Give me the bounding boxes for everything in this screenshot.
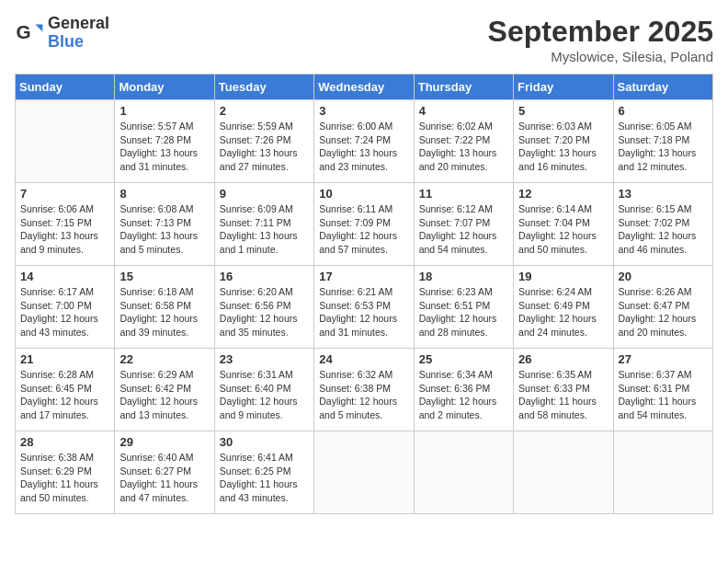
day-info: Sunrise: 6:40 AM Sunset: 6:27 PM Dayligh… bbox=[119, 451, 209, 505]
calendar-cell: 17Sunrise: 6:21 AM Sunset: 6:53 PM Dayli… bbox=[314, 266, 414, 349]
day-info: Sunrise: 6:03 AM Sunset: 7:20 PM Dayligh… bbox=[518, 120, 608, 174]
calendar-cell: 19Sunrise: 6:24 AM Sunset: 6:49 PM Dayli… bbox=[514, 266, 613, 349]
day-number: 12 bbox=[518, 187, 608, 201]
calendar-week-row: 28Sunrise: 6:38 AM Sunset: 6:29 PM Dayli… bbox=[16, 431, 713, 514]
logo: G General Blue bbox=[15, 15, 109, 52]
day-number: 24 bbox=[319, 352, 408, 366]
day-info: Sunrise: 6:06 AM Sunset: 7:15 PM Dayligh… bbox=[20, 202, 109, 257]
day-info: Sunrise: 6:14 AM Sunset: 7:04 PM Dayligh… bbox=[518, 202, 608, 257]
calendar-week-row: 1Sunrise: 5:57 AM Sunset: 7:28 PM Daylig… bbox=[16, 100, 713, 183]
day-info: Sunrise: 6:35 AM Sunset: 6:33 PM Dayligh… bbox=[518, 368, 608, 422]
calendar-week-row: 7Sunrise: 6:06 AM Sunset: 7:15 PM Daylig… bbox=[16, 183, 713, 266]
weekday-header: Monday bbox=[115, 75, 214, 100]
calendar-cell: 10Sunrise: 6:11 AM Sunset: 7:09 PM Dayli… bbox=[314, 183, 414, 266]
day-number: 23 bbox=[220, 352, 309, 366]
calendar-cell: 13Sunrise: 6:15 AM Sunset: 7:02 PM Dayli… bbox=[613, 183, 712, 266]
calendar-cell: 28Sunrise: 6:38 AM Sunset: 6:29 PM Dayli… bbox=[16, 431, 115, 514]
calendar-cell: 15Sunrise: 6:18 AM Sunset: 6:58 PM Dayli… bbox=[115, 266, 214, 349]
calendar-table: SundayMondayTuesdayWednesdayThursdayFrid… bbox=[15, 74, 713, 514]
weekday-header: Friday bbox=[514, 75, 613, 100]
day-info: Sunrise: 6:41 AM Sunset: 6:25 PM Dayligh… bbox=[220, 451, 309, 505]
day-number: 3 bbox=[319, 104, 408, 118]
day-number: 9 bbox=[220, 187, 309, 201]
day-number: 28 bbox=[20, 435, 109, 449]
calendar-cell: 29Sunrise: 6:40 AM Sunset: 6:27 PM Dayli… bbox=[115, 431, 214, 514]
calendar-cell: 26Sunrise: 6:35 AM Sunset: 6:33 PM Dayli… bbox=[514, 349, 613, 431]
day-info: Sunrise: 6:37 AM Sunset: 6:31 PM Dayligh… bbox=[619, 368, 708, 422]
day-number: 8 bbox=[119, 187, 209, 201]
day-info: Sunrise: 6:38 AM Sunset: 6:29 PM Dayligh… bbox=[20, 451, 109, 505]
calendar-cell: 2Sunrise: 5:59 AM Sunset: 7:26 PM Daylig… bbox=[214, 100, 313, 183]
day-info: Sunrise: 6:02 AM Sunset: 7:22 PM Dayligh… bbox=[419, 120, 508, 174]
day-number: 25 bbox=[419, 352, 508, 366]
calendar-cell: 12Sunrise: 6:14 AM Sunset: 7:04 PM Dayli… bbox=[514, 183, 613, 266]
calendar-cell: 14Sunrise: 6:17 AM Sunset: 7:00 PM Dayli… bbox=[16, 266, 115, 349]
calendar-week-row: 21Sunrise: 6:28 AM Sunset: 6:45 PM Dayli… bbox=[16, 349, 713, 431]
calendar-cell: 4Sunrise: 6:02 AM Sunset: 7:22 PM Daylig… bbox=[414, 100, 513, 183]
day-info: Sunrise: 6:21 AM Sunset: 6:53 PM Dayligh… bbox=[319, 285, 408, 339]
day-info: Sunrise: 6:28 AM Sunset: 6:45 PM Dayligh… bbox=[20, 368, 109, 422]
day-info: Sunrise: 6:00 AM Sunset: 7:24 PM Dayligh… bbox=[319, 120, 408, 174]
calendar-cell: 3Sunrise: 6:00 AM Sunset: 7:24 PM Daylig… bbox=[314, 100, 414, 183]
calendar-cell: 5Sunrise: 6:03 AM Sunset: 7:20 PM Daylig… bbox=[514, 100, 613, 183]
day-info: Sunrise: 6:20 AM Sunset: 6:56 PM Dayligh… bbox=[220, 285, 309, 339]
day-number: 16 bbox=[220, 270, 309, 283]
day-number: 30 bbox=[220, 435, 309, 449]
calendar-cell: 9Sunrise: 6:09 AM Sunset: 7:11 PM Daylig… bbox=[214, 183, 313, 266]
day-info: Sunrise: 6:12 AM Sunset: 7:07 PM Dayligh… bbox=[419, 202, 508, 257]
calendar-cell: 6Sunrise: 6:05 AM Sunset: 7:18 PM Daylig… bbox=[613, 100, 712, 183]
weekday-header: Sunday bbox=[16, 75, 115, 100]
day-info: Sunrise: 6:17 AM Sunset: 7:00 PM Dayligh… bbox=[20, 285, 109, 339]
calendar-cell: 20Sunrise: 6:26 AM Sunset: 6:47 PM Dayli… bbox=[613, 266, 712, 349]
day-number: 1 bbox=[119, 104, 209, 118]
logo-general-text: General bbox=[48, 15, 109, 33]
day-info: Sunrise: 5:59 AM Sunset: 7:26 PM Dayligh… bbox=[220, 120, 309, 174]
day-number: 15 bbox=[119, 270, 209, 283]
day-number: 27 bbox=[619, 352, 708, 366]
day-number: 14 bbox=[20, 270, 109, 283]
calendar-cell: 16Sunrise: 6:20 AM Sunset: 6:56 PM Dayli… bbox=[214, 266, 313, 349]
day-number: 21 bbox=[20, 352, 109, 366]
calendar-cell: 23Sunrise: 6:31 AM Sunset: 6:40 PM Dayli… bbox=[214, 349, 313, 431]
calendar-cell bbox=[16, 100, 115, 183]
calendar-cell bbox=[613, 431, 712, 514]
day-number: 26 bbox=[518, 352, 608, 366]
calendar-cell: 27Sunrise: 6:37 AM Sunset: 6:31 PM Dayli… bbox=[613, 349, 712, 431]
day-info: Sunrise: 6:08 AM Sunset: 7:13 PM Dayligh… bbox=[119, 202, 209, 257]
logo-blue-text: Blue bbox=[48, 33, 109, 52]
day-info: Sunrise: 6:26 AM Sunset: 6:47 PM Dayligh… bbox=[619, 285, 708, 339]
calendar-cell: 25Sunrise: 6:34 AM Sunset: 6:36 PM Dayli… bbox=[414, 349, 513, 431]
day-number: 29 bbox=[119, 435, 209, 449]
page-header: G General Blue September 2025 Myslowice,… bbox=[15, 15, 713, 64]
day-number: 13 bbox=[619, 187, 708, 201]
location-text: Myslowice, Silesia, Poland bbox=[488, 49, 713, 64]
day-info: Sunrise: 5:57 AM Sunset: 7:28 PM Dayligh… bbox=[119, 120, 209, 174]
weekday-header: Tuesday bbox=[214, 75, 313, 100]
svg-text:G: G bbox=[17, 21, 31, 42]
calendar-cell: 21Sunrise: 6:28 AM Sunset: 6:45 PM Dayli… bbox=[16, 349, 115, 431]
calendar-cell: 1Sunrise: 5:57 AM Sunset: 7:28 PM Daylig… bbox=[115, 100, 214, 183]
day-number: 19 bbox=[518, 270, 608, 283]
calendar-cell bbox=[414, 431, 513, 514]
svg-marker-1 bbox=[35, 24, 42, 31]
day-number: 6 bbox=[619, 104, 708, 118]
day-info: Sunrise: 6:31 AM Sunset: 6:40 PM Dayligh… bbox=[220, 368, 309, 422]
day-number: 2 bbox=[220, 104, 309, 118]
calendar-cell: 8Sunrise: 6:08 AM Sunset: 7:13 PM Daylig… bbox=[115, 183, 214, 266]
day-number: 17 bbox=[319, 270, 408, 283]
day-info: Sunrise: 6:11 AM Sunset: 7:09 PM Dayligh… bbox=[319, 202, 408, 257]
day-info: Sunrise: 6:18 AM Sunset: 6:58 PM Dayligh… bbox=[119, 285, 209, 339]
weekday-header: Saturday bbox=[613, 75, 712, 100]
day-info: Sunrise: 6:23 AM Sunset: 6:51 PM Dayligh… bbox=[419, 285, 508, 339]
day-number: 7 bbox=[20, 187, 109, 201]
header-row: SundayMondayTuesdayWednesdayThursdayFrid… bbox=[16, 75, 713, 100]
weekday-header: Wednesday bbox=[314, 75, 414, 100]
calendar-cell: 22Sunrise: 6:29 AM Sunset: 6:42 PM Dayli… bbox=[115, 349, 214, 431]
day-info: Sunrise: 6:32 AM Sunset: 6:38 PM Dayligh… bbox=[319, 368, 408, 422]
day-info: Sunrise: 6:05 AM Sunset: 7:18 PM Dayligh… bbox=[619, 120, 708, 174]
day-info: Sunrise: 6:34 AM Sunset: 6:36 PM Dayligh… bbox=[419, 368, 508, 422]
day-info: Sunrise: 6:09 AM Sunset: 7:11 PM Dayligh… bbox=[220, 202, 309, 257]
day-number: 10 bbox=[319, 187, 408, 201]
day-info: Sunrise: 6:29 AM Sunset: 6:42 PM Dayligh… bbox=[119, 368, 209, 422]
calendar-cell bbox=[514, 431, 613, 514]
